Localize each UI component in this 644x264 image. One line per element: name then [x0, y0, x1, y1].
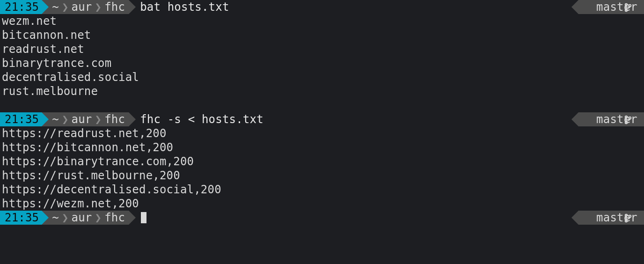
- output-line: https://readrust.net,200: [0, 126, 644, 140]
- path-part: ~: [52, 211, 59, 225]
- git-branch-segment: master: [578, 211, 644, 225]
- chevron-right-icon: ❯: [59, 112, 72, 126]
- output-line: rust.melbourne: [0, 84, 644, 98]
- command-input[interactable]: fhc -s < hosts.txt: [129, 112, 265, 126]
- output-line: readrust.net: [0, 42, 644, 56]
- spacer: [265, 112, 578, 126]
- time-segment: 21:35: [0, 112, 42, 126]
- output-line: wezm.net: [0, 14, 644, 28]
- git-branch-icon: [583, 98, 592, 140]
- git-branch-segment: master: [578, 112, 644, 126]
- path-part: ~: [52, 0, 59, 14]
- spacer: [148, 211, 578, 225]
- time-segment: 21:35: [0, 0, 42, 14]
- path-part: aur: [72, 211, 92, 225]
- spacer: [231, 0, 579, 14]
- prompt-row-active: 21:35 ~ ❯ aur ❯ fhc master: [0, 211, 644, 225]
- time-value: 21:35: [5, 0, 39, 14]
- git-branch-icon: [583, 0, 592, 28]
- path-segment: ~ ❯ aur ❯ fhc: [42, 0, 129, 14]
- chevron-right-icon: ❯: [92, 0, 105, 14]
- chevron-right-icon: ❯: [92, 211, 105, 225]
- prompt-row: 21:35 ~ ❯ aur ❯ fhc bat hosts.txt master: [0, 0, 644, 14]
- git-branch-name: master: [596, 211, 637, 225]
- git-branch-icon: [583, 197, 592, 239]
- command-text: bat hosts.txt: [140, 0, 229, 14]
- chevron-right-icon: ❯: [92, 112, 105, 126]
- command-text: fhc -s < hosts.txt: [140, 112, 263, 126]
- path-part: fhc: [104, 112, 125, 126]
- output-line: https://binarytrance.com,200: [0, 154, 644, 169]
- path-segment: ~ ❯ aur ❯ fhc: [42, 112, 129, 126]
- path-part: aur: [72, 0, 92, 14]
- git-branch-name: master: [596, 112, 637, 126]
- time-segment: 21:35: [0, 211, 42, 225]
- path-part: fhc: [104, 211, 125, 225]
- blank-line: [0, 98, 644, 112]
- chevron-right-icon: ❯: [59, 0, 72, 14]
- chevron-right-icon: ❯: [59, 211, 72, 225]
- time-value: 21:35: [5, 112, 39, 126]
- path-part: fhc: [104, 0, 125, 14]
- path-part: aur: [72, 112, 92, 126]
- cursor-icon: [141, 212, 146, 223]
- output-line: decentralised.social: [0, 70, 644, 84]
- path-part: ~: [52, 112, 59, 126]
- time-value: 21:35: [5, 211, 39, 225]
- path-segment: ~ ❯ aur ❯ fhc: [42, 211, 129, 225]
- output-line: bitcannon.net: [0, 28, 644, 42]
- output-line: binarytrance.com: [0, 56, 644, 70]
- prompt-row: 21:35 ~ ❯ aur ❯ fhc fhc -s < hosts.txt m…: [0, 112, 644, 126]
- output-line: https://wezm.net,200: [0, 197, 644, 211]
- command-input[interactable]: bat hosts.txt: [129, 0, 231, 14]
- git-branch-segment: master: [578, 0, 644, 14]
- output-line: https://rust.melbourne,200: [0, 169, 644, 183]
- git-branch-name: master: [596, 0, 637, 14]
- output-line: https://decentralised.social,200: [0, 183, 644, 197]
- output-line: https://bitcannon.net,200: [0, 140, 644, 154]
